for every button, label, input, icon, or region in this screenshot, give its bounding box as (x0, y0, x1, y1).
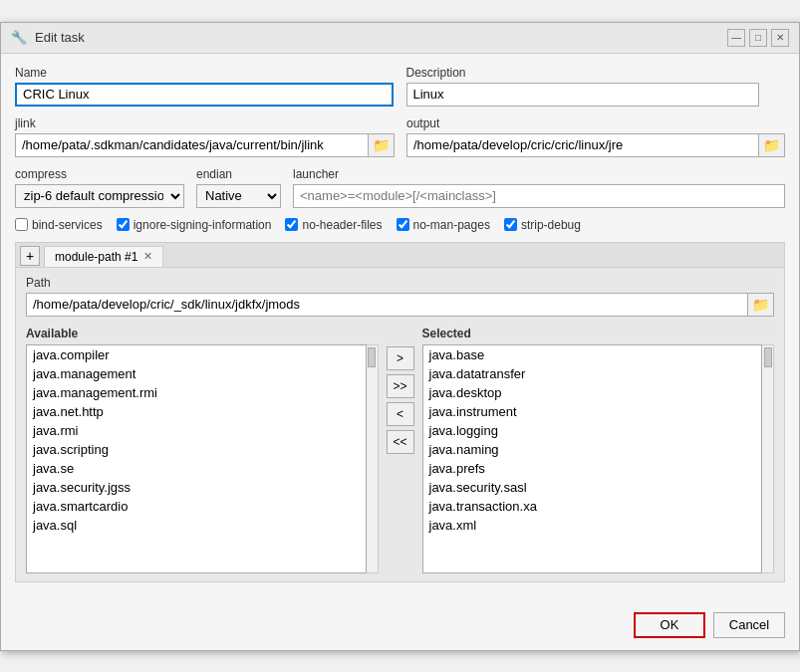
list-item[interactable]: java.datatransfer (423, 364, 762, 383)
output-group: output 📁 (406, 116, 785, 157)
path-input-group: 📁 (26, 293, 774, 317)
tab-close-icon[interactable]: ✕ (143, 250, 152, 263)
list-item[interactable]: java.net.http (27, 402, 366, 421)
transfer-buttons: > >> < << (379, 346, 422, 454)
endian-label: endian (196, 167, 281, 181)
title-controls: — □ ✕ (727, 29, 789, 47)
available-list-container: java.compiler java.management java.manag… (26, 344, 379, 573)
strip-debug-checkbox[interactable] (504, 218, 517, 231)
output-label: output (406, 116, 785, 130)
description-group: Description (406, 66, 786, 107)
jlink-input[interactable] (15, 133, 369, 157)
edit-task-dialog: 🔧 Edit task — □ ✕ Name Description jlink (0, 22, 800, 651)
launcher-input[interactable] (293, 184, 785, 208)
jlink-output-row: jlink 📁 output 📁 (15, 116, 785, 157)
jlink-label: jlink (15, 116, 395, 130)
strip-debug-label: strip-debug (521, 218, 581, 232)
name-input[interactable] (15, 83, 394, 107)
name-description-row: Name Description (15, 66, 785, 107)
no-header-label: no-header-files (302, 218, 382, 232)
endian-select[interactable]: Native Little Big (196, 184, 281, 208)
bind-services-checkbox[interactable] (15, 218, 28, 231)
module-path-tab[interactable]: module-path #1 ✕ (44, 246, 163, 267)
ignore-signing-checkbox-item: ignore-signing-information (117, 218, 272, 232)
ignore-signing-label: ignore-signing-information (133, 218, 272, 232)
name-group: Name (15, 66, 395, 107)
remove-all-button[interactable]: << (387, 430, 414, 454)
checkboxes-row: bind-services ignore-signing-information… (15, 218, 785, 232)
list-item[interactable]: java.smartcardio (27, 497, 366, 516)
list-item[interactable]: java.management (27, 364, 366, 383)
no-man-checkbox[interactable] (397, 218, 409, 231)
cancel-button[interactable]: Cancel (713, 612, 785, 638)
list-item[interactable]: java.management.rmi (27, 383, 366, 402)
list-item[interactable]: java.desktop (423, 383, 762, 402)
dialog-content: Name Description jlink 📁 output (1, 54, 799, 604)
close-button[interactable]: ✕ (771, 29, 789, 47)
list-item[interactable]: java.rmi (27, 421, 366, 440)
dialog-footer: OK Cancel (1, 604, 799, 650)
list-item[interactable]: java.base (423, 345, 762, 364)
launcher-label: launcher (293, 167, 785, 181)
selected-scrollbar[interactable] (762, 344, 774, 573)
dialog-title: Edit task (35, 30, 85, 45)
list-item[interactable]: java.prefs (423, 459, 762, 478)
output-input[interactable] (406, 133, 759, 157)
selected-list[interactable]: java.base java.datatransfer java.desktop… (422, 344, 763, 573)
description-label: Description (406, 66, 786, 80)
lists-area: Available java.compiler java.management … (26, 327, 774, 573)
maximize-button[interactable]: □ (749, 29, 767, 47)
ignore-signing-checkbox[interactable] (117, 218, 130, 231)
selected-list-container: java.base java.datatransfer java.desktop… (422, 344, 775, 573)
path-input[interactable] (26, 293, 748, 317)
add-tab-button[interactable]: + (20, 246, 40, 266)
available-scrollbar[interactable] (367, 344, 379, 573)
no-header-checkbox[interactable] (285, 218, 298, 231)
remove-one-button[interactable]: < (387, 402, 414, 426)
title-bar: 🔧 Edit task — □ ✕ (1, 23, 799, 54)
list-item[interactable]: java.se (27, 459, 366, 478)
list-item[interactable]: java.logging (423, 421, 762, 440)
launcher-group: launcher (293, 167, 785, 208)
list-item[interactable]: java.security.sasl (423, 478, 762, 497)
tabs-area: + module-path #1 ✕ Path 📁 (15, 242, 785, 582)
list-item[interactable]: java.scripting (27, 440, 366, 459)
strip-debug-checkbox-item: strip-debug (504, 218, 581, 232)
no-header-checkbox-item: no-header-files (285, 218, 382, 232)
compress-group: compress zip-6 default compression (15, 167, 184, 208)
list-item[interactable]: java.security.jgss (27, 478, 366, 497)
output-folder-button[interactable]: 📁 (759, 133, 785, 157)
add-all-button[interactable]: >> (387, 374, 414, 398)
list-item[interactable]: java.transaction.xa (423, 497, 762, 516)
path-group: Path 📁 (26, 276, 774, 317)
jlink-input-group: 📁 (15, 133, 395, 157)
title-bar-left: 🔧 Edit task (11, 30, 85, 46)
available-list[interactable]: java.compiler java.management java.manag… (26, 344, 367, 573)
path-label: Path (26, 276, 774, 290)
tab-content: Path 📁 Available java.compiler (16, 268, 784, 581)
ok-button[interactable]: OK (634, 612, 705, 638)
bind-services-checkbox-item: bind-services (15, 218, 103, 232)
list-item[interactable]: java.instrument (423, 402, 762, 421)
dialog-icon: 🔧 (11, 30, 27, 46)
compress-select[interactable]: zip-6 default compression (15, 184, 184, 208)
minimize-button[interactable]: — (727, 29, 745, 47)
available-label: Available (26, 327, 379, 340)
scrollbar-thumb (764, 347, 772, 367)
list-item[interactable]: java.naming (423, 440, 762, 459)
jlink-folder-button[interactable]: 📁 (369, 133, 395, 157)
path-folder-button[interactable]: 📁 (748, 293, 774, 317)
endian-group: endian Native Little Big (196, 167, 281, 208)
no-man-checkbox-item: no-man-pages (397, 218, 490, 232)
list-item[interactable]: java.sql (27, 516, 366, 535)
list-item[interactable]: java.xml (423, 516, 762, 535)
scrollbar-thumb (368, 347, 376, 367)
add-one-button[interactable]: > (387, 346, 414, 370)
compress-label: compress (15, 167, 184, 181)
bind-services-label: bind-services (32, 218, 103, 232)
available-section: Available java.compiler java.management … (26, 327, 379, 573)
jlink-group: jlink 📁 (15, 116, 395, 157)
tabs-bar: + module-path #1 ✕ (16, 243, 784, 268)
description-input[interactable] (406, 83, 759, 107)
list-item[interactable]: java.compiler (27, 345, 366, 364)
